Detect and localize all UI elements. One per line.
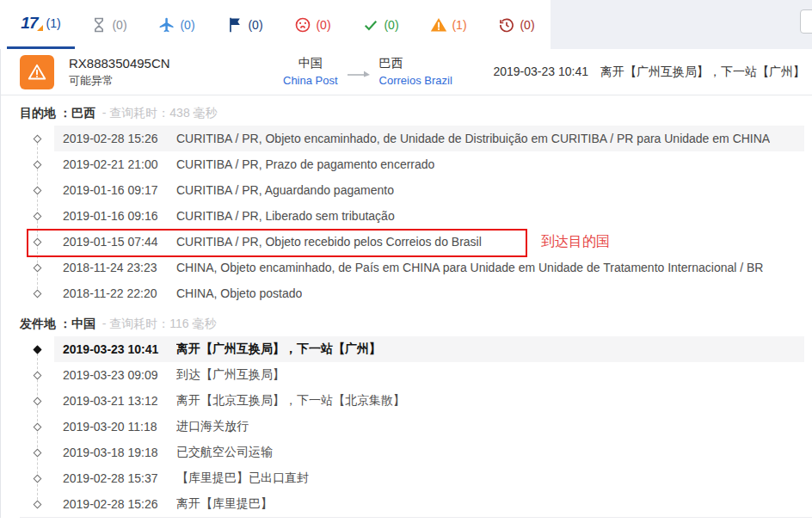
warning-triangle-icon — [430, 16, 447, 34]
tab-undelivered[interactable]: (0) — [279, 0, 347, 49]
tab-pickup[interactable]: (0) — [211, 0, 279, 49]
history-clock-icon — [498, 16, 515, 34]
tracking-event-row: 2019-03-20 11:18 进口海关放行 — [20, 414, 812, 440]
timeline-diamond-icon — [33, 212, 41, 220]
tracking-event-row: 2019-01-16 09:16 CURITIBA / PR, Liberado… — [20, 203, 812, 229]
section-label: 目的地 ：巴西 — [20, 106, 95, 120]
latest-event-time: 2019-03-23 10:41 — [493, 65, 588, 78]
event-description: CURITIBA / PR, Liberado sem tributação — [176, 209, 395, 223]
timeline-diamond-icon — [33, 500, 41, 508]
destination-carrier-link[interactable]: Correios Brazil — [379, 74, 452, 87]
event-time: 2019-02-28 15:26 — [54, 497, 168, 511]
event-description: 进口海关放行 — [176, 419, 249, 434]
tab-count: (0) — [248, 18, 262, 32]
hourglass-icon — [90, 16, 108, 34]
event-time: 2019-01-16 09:17 — [54, 183, 168, 197]
event-time: 2019-01-16 09:16 — [54, 209, 168, 223]
check-icon — [362, 16, 379, 34]
event-time: 2019-03-21 13:12 — [54, 394, 168, 408]
package-header: RX888350495CN 可能异常 中国 China Post 巴西 Corr… — [1, 49, 812, 95]
status-label: 可能异常 — [69, 73, 170, 89]
destination-events: 2019-02-28 15:26 CURITIBA / PR, Objeto e… — [20, 126, 812, 306]
latest-event-text: 离开【广州互换局】，下一站【广州】 — [600, 65, 805, 78]
tracking-event-row: 2019-03-21 13:12 离开【北京互换局】，下一站【北京集散】 — [20, 388, 812, 414]
route-arrow-icon — [347, 67, 371, 83]
route-info: 中国 China Post 巴西 Correios Brazil — [283, 56, 452, 87]
timeline-diamond-icon — [33, 448, 41, 457]
event-description: 到达【广州互换局】 — [176, 367, 285, 383]
tracking-event-row: 2019-02-28 15:26 CURITIBA / PR, Objeto e… — [20, 126, 812, 151]
event-time: 2019-02-21 21:00 — [54, 157, 168, 171]
event-description: CURITIBA / PR, Objeto encaminhado, de Un… — [176, 132, 770, 145]
event-time: 2019-02-28 15:26 — [54, 132, 168, 145]
destination-section-title: 目的地 ：巴西 - 查询耗时：438 毫秒 — [20, 106, 812, 121]
event-time: 2018-11-24 23:23 — [54, 261, 168, 274]
event-time: 2019-01-15 07:44 — [54, 235, 168, 249]
sad-face-icon — [294, 16, 311, 34]
event-description: 已交航空公司运输 — [176, 445, 273, 460]
event-time: 2018-11-22 22:20 — [54, 286, 168, 300]
destination-country: 巴西 — [379, 56, 452, 71]
tab-delivered[interactable]: (0) — [347, 0, 415, 49]
timeline-diamond-icon — [33, 345, 41, 354]
tab-count: (0) — [112, 18, 126, 32]
timeline-diamond-icon — [33, 397, 41, 405]
tracking-event-row: 2019-03-23 09:09 到达【广州互换局】 — [20, 362, 812, 388]
tracking-event-row: 2018-11-22 22:20 CHINA, Objeto postado — [20, 280, 812, 306]
tab-alert[interactable]: (1) — [415, 0, 483, 49]
timeline-diamond-icon — [33, 160, 41, 169]
query-time: - 查询耗时：116 毫秒 — [102, 317, 217, 330]
flag-icon — [226, 16, 243, 34]
event-description: 离开【库里提巴】 — [176, 496, 273, 512]
tracking-event-row: 2019-02-21 21:00 CURITIBA / PR, Prazo de… — [20, 151, 812, 177]
tab-expired[interactable]: (0) — [483, 0, 551, 49]
tabs-container: 17 (1) (0) (0) (0) (0) (0) (1) (0 — [0, 0, 551, 49]
tab-count: (0) — [180, 18, 194, 32]
cropped-button[interactable] — [800, 9, 812, 34]
timeline-diamond-icon — [33, 186, 41, 194]
origin-events: 2019-03-23 10:41 离开【广州互换局】，下一站【广州】 2019-… — [20, 336, 812, 518]
status-tab-bar: 17 (1) (0) (0) (0) (0) (0) (1) (0 — [0, 0, 812, 49]
tracking-number[interactable]: RX888350495CN — [69, 56, 170, 71]
tracking-event-row: 2019-01-15 07:44 CURITIBA / PR, Objeto r… — [20, 229, 812, 255]
origin-country: 中国 — [283, 56, 338, 71]
tracking-event-row: 2019-03-18 19:18 已交航空公司运输 — [20, 440, 812, 465]
event-time: 2019-03-23 09:09 — [54, 368, 168, 382]
event-time: 2019-02-28 15:37 — [54, 471, 168, 485]
tracking-event-row: 2019-03-23 10:41 离开【广州互换局】，下一站【广州】 — [20, 336, 812, 362]
annotation-arrived-destination-country: 到达目的国 — [541, 229, 610, 255]
tab-count: (0) — [520, 18, 534, 32]
event-description: CURITIBA / PR, Objeto recebido pelos Cor… — [176, 235, 482, 249]
event-description: 离开【广州互换局】，下一站【广州】 — [176, 341, 381, 357]
warning-badge-icon — [20, 55, 54, 89]
airplane-icon — [158, 16, 175, 34]
latest-event-summary: 2019-03-23 10:41离开【广州互换局】，下一站【广州】 — [493, 65, 812, 80]
event-description: CURITIBA / PR, Aguardando pagamento — [176, 183, 394, 197]
event-description: CHINA, Objeto postado — [176, 286, 302, 300]
timeline-diamond-icon — [33, 134, 41, 143]
section-label: 发件地 ：中国 — [20, 317, 95, 330]
tab-count: (1) — [46, 16, 61, 30]
event-time: 2019-03-23 10:41 — [54, 342, 168, 356]
tracking-event-row: 2019-02-28 15:37 【库里提巴】已出口直封 — [20, 465, 812, 491]
timeline-diamond-icon — [33, 422, 41, 431]
tab-pending[interactable]: (0) — [75, 0, 143, 49]
event-description: 【库里提巴】已出口直封 — [176, 471, 309, 486]
tab-count: (1) — [452, 18, 466, 32]
tab-in-transit[interactable]: (0) — [143, 0, 211, 49]
query-time: - 查询耗时：438 毫秒 — [102, 106, 218, 120]
timeline-diamond-icon — [33, 371, 41, 379]
tab-count: (0) — [384, 18, 398, 32]
tab-17track-all[interactable]: 17 (1) — [7, 0, 75, 49]
event-time: 2019-03-20 11:18 — [54, 420, 168, 434]
tracking-event-row: 2019-02-28 15:26 离开【库里提巴】 — [20, 491, 812, 517]
event-description: CURITIBA / PR, Prazo de pagamento encerr… — [176, 157, 434, 171]
tracking-panel: RX888350495CN 可能异常 中国 China Post 巴西 Corr… — [0, 49, 812, 518]
tracking-event-row: 2018-11-24 23:23 CHINA, Objeto encaminha… — [20, 255, 812, 280]
origin-carrier-link[interactable]: China Post — [283, 74, 338, 87]
tab-count: (0) — [316, 18, 330, 32]
timeline-diamond-icon — [33, 263, 41, 272]
origin-section-title: 发件地 ：中国 - 查询耗时：116 毫秒 — [20, 317, 812, 332]
event-description: 离开【北京互换局】，下一站【北京集散】 — [176, 393, 405, 409]
17track-logo-icon: 17 — [21, 14, 41, 33]
